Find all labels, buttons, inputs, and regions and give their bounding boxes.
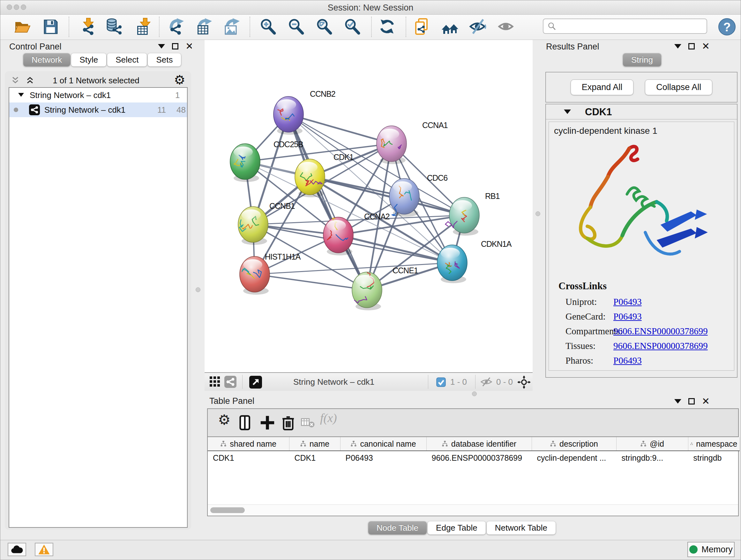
left-splitter-handle[interactable] xyxy=(196,287,200,292)
tab-node-table[interactable]: Node Table xyxy=(368,521,427,535)
panel-menu-icon[interactable] xyxy=(674,44,681,49)
panel-float-icon[interactable] xyxy=(688,398,695,405)
string-home-icon[interactable] xyxy=(441,17,460,36)
horizontal-splitter[interactable] xyxy=(205,391,741,396)
edge-CCNB2-CCNA1[interactable] xyxy=(288,114,392,144)
show-columns-icon[interactable] xyxy=(239,415,254,431)
table-hscrollbar-thumb[interactable] xyxy=(210,507,245,513)
create-column-icon[interactable] xyxy=(259,415,275,431)
tab-sets[interactable]: Sets xyxy=(148,53,181,66)
table-cell[interactable]: cyclin-dependent ... xyxy=(532,451,616,464)
import-table-icon[interactable] xyxy=(133,17,152,36)
tab-style[interactable]: Style xyxy=(71,53,106,66)
help-icon[interactable]: ? xyxy=(718,18,736,36)
table-cell[interactable]: P06493 xyxy=(340,451,426,464)
open-in-window-icon[interactable] xyxy=(249,376,262,388)
node-CDC25B[interactable] xyxy=(230,144,260,182)
node-table[interactable]: shared namenamecanonical namedatabase id… xyxy=(208,437,740,464)
export-table-icon[interactable] xyxy=(194,17,213,36)
column-header-shared-name[interactable]: shared name xyxy=(208,437,289,451)
import-network-database-icon[interactable] xyxy=(104,17,123,36)
edge-CDK1-RB1[interactable] xyxy=(310,177,464,215)
zoom-selected-icon[interactable] xyxy=(343,17,361,36)
fit-selected-crosshair-icon[interactable] xyxy=(517,375,531,389)
tab-string[interactable]: String xyxy=(623,53,661,66)
crosslink-link[interactable]: P06493 xyxy=(613,297,642,307)
selected-checkbox-icon[interactable] xyxy=(436,377,446,387)
warnings-button[interactable] xyxy=(35,543,53,556)
open-session-icon[interactable] xyxy=(13,17,31,36)
crosslink-link[interactable]: P06493 xyxy=(613,311,642,321)
node-RB1[interactable] xyxy=(445,197,479,236)
copy-style-icon[interactable] xyxy=(413,17,431,36)
column-header-description[interactable]: description xyxy=(532,437,616,451)
column-header-database-identifier[interactable]: database identifier xyxy=(426,437,532,451)
refresh-layout-icon[interactable] xyxy=(378,17,397,36)
table-options-gear-icon[interactable]: ⚙ xyxy=(218,412,230,428)
panel-float-icon[interactable] xyxy=(172,43,179,50)
cloud-button[interactable] xyxy=(8,543,26,556)
table-cell[interactable]: CDK1 xyxy=(289,451,340,464)
node-CCNA2[interactable] xyxy=(323,217,353,255)
tab-edge-table[interactable]: Edge Table xyxy=(428,521,486,535)
table-cell[interactable]: 9606.ENSP00000378699 xyxy=(426,451,532,464)
gene-collapse-icon[interactable] xyxy=(564,110,571,114)
export-network-icon[interactable] xyxy=(167,17,185,36)
zoom-in-icon[interactable] xyxy=(259,17,277,36)
collection-expand-icon[interactable] xyxy=(18,93,24,97)
node-HIST1H1A[interactable] xyxy=(240,256,270,295)
node-CDKN1A[interactable] xyxy=(437,245,467,283)
node-CCNB2[interactable] xyxy=(273,97,304,135)
collapse-all-networks-icon[interactable] xyxy=(12,76,23,84)
search-input[interactable] xyxy=(543,18,707,34)
network-badge-icon[interactable] xyxy=(224,376,237,388)
table-cell[interactable]: stringdb xyxy=(688,451,739,464)
crosslink-link[interactable]: P06493 xyxy=(613,355,642,366)
import-network-file-icon[interactable] xyxy=(77,17,96,36)
table-cell[interactable]: stringdb:9... xyxy=(616,451,688,464)
node-CCNE1[interactable] xyxy=(352,272,382,310)
right-splitter-handle[interactable] xyxy=(536,211,540,216)
table-hscrollbar[interactable] xyxy=(208,504,738,516)
column-header-@id[interactable]: @id xyxy=(616,437,688,451)
tab-network-table[interactable]: Network Table xyxy=(487,521,556,535)
crosslink-link[interactable]: 9606.ENSP00000378699 xyxy=(613,326,708,336)
horizontal-splitter-handle[interactable] xyxy=(472,391,477,396)
expand-all-button[interactable]: Expand All xyxy=(570,79,634,95)
crosslink-row: Compartments:9606.ENSP00000378699 xyxy=(565,324,728,338)
memory-button[interactable]: Memory xyxy=(687,542,735,557)
table-row[interactable]: CDK1CDK1P064939606.ENSP00000378699cyclin… xyxy=(208,451,739,464)
show-panel-icon[interactable] xyxy=(497,17,516,36)
hide-panel-icon[interactable] xyxy=(469,17,488,36)
network-row[interactable]: String Network – cdk1 11 48 xyxy=(9,103,187,117)
save-session-icon[interactable] xyxy=(41,17,60,36)
panel-close-icon[interactable]: ✕ xyxy=(702,398,710,405)
delete-column-icon[interactable] xyxy=(280,415,296,431)
column-header-canonical-name[interactable]: canonical name xyxy=(340,437,426,451)
gene-section-header[interactable]: CDK1 xyxy=(546,105,737,119)
node-CCNA1[interactable] xyxy=(377,126,407,164)
table-cell[interactable]: CDK1 xyxy=(208,451,289,464)
left-splitter[interactable] xyxy=(192,40,205,560)
panel-close-icon[interactable]: ✕ xyxy=(702,43,710,50)
edge-HIST1H1A-CCNE1[interactable] xyxy=(255,274,367,290)
panel-float-icon[interactable] xyxy=(688,43,695,50)
birds-eye-grid-icon[interactable] xyxy=(209,376,220,387)
crosslink-link[interactable]: 9606.ENSP00000378699 xyxy=(613,341,708,351)
network-canvas[interactable]: CCNB2CCNA1CDC25BCDK1CDC6RB1CCNB1CCNA2CDK… xyxy=(205,40,533,372)
node-CDK1[interactable] xyxy=(295,159,325,197)
column-header-namespace[interactable]: namespace xyxy=(688,437,739,451)
panel-menu-icon[interactable] xyxy=(158,44,165,49)
panel-menu-icon[interactable] xyxy=(674,399,681,403)
tab-network[interactable]: Network xyxy=(23,53,70,66)
network-collection-row[interactable]: String Network – cdk1 1 xyxy=(9,88,187,103)
network-options-gear-icon[interactable]: ⚙ xyxy=(174,72,185,87)
zoom-fit-icon[interactable] xyxy=(315,17,333,36)
export-image-icon[interactable] xyxy=(222,17,241,36)
collapse-all-button[interactable]: Collapse All xyxy=(645,79,712,95)
node-CDC6[interactable] xyxy=(389,179,419,217)
zoom-out-icon[interactable] xyxy=(286,17,305,36)
tab-select[interactable]: Select xyxy=(107,53,147,66)
column-header-name[interactable]: name xyxy=(289,437,340,451)
node-CCNB1[interactable] xyxy=(238,206,268,245)
